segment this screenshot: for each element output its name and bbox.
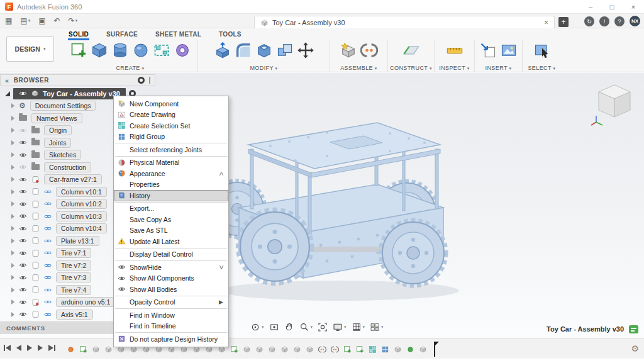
timeline-feature-sketch[interactable] xyxy=(356,345,364,356)
window-close-button[interactable]: × xyxy=(623,0,644,13)
feedback-chat-icon[interactable] xyxy=(629,325,638,333)
menu-item-export[interactable]: Export... xyxy=(114,203,228,215)
expand-arrow-icon[interactable] xyxy=(11,288,14,293)
sketch-tool-button[interactable] xyxy=(70,42,87,59)
visibility-eye-icon[interactable] xyxy=(19,249,27,257)
grid-settings-button[interactable]: ▾ xyxy=(352,322,365,332)
timeline-settings-gear-icon[interactable]: ⚙ xyxy=(631,343,639,354)
skip-end-button[interactable] xyxy=(48,345,55,351)
viewcube[interactable] xyxy=(590,77,639,127)
expand-arrow-icon[interactable] xyxy=(11,189,14,194)
menu-item-select-referencing-joints[interactable]: Select referencing Joints xyxy=(114,144,228,155)
visibility-eye-icon[interactable] xyxy=(19,126,27,135)
tab-surface[interactable]: SURFACE xyxy=(106,30,138,40)
visibility-eye-icon[interactable] xyxy=(19,138,27,147)
step-back-button[interactable] xyxy=(16,345,21,351)
menu-item-update-all-latest[interactable]: Update All Latest xyxy=(114,236,228,247)
group-label-insert[interactable]: INSERT ▾ xyxy=(475,65,522,71)
tab-tools[interactable]: TOOLS xyxy=(218,30,242,40)
timeline-feature-joint[interactable] xyxy=(331,345,339,356)
window-maximize-button[interactable]: □ xyxy=(601,0,623,13)
joint-tool-button[interactable] xyxy=(360,42,378,59)
timeline-feature-sketch[interactable] xyxy=(230,345,238,356)
panel-drag-handle[interactable] xyxy=(149,77,150,84)
play-button[interactable] xyxy=(27,345,32,351)
coil-tool-button[interactable] xyxy=(174,42,191,59)
collapse-panel-icon[interactable]: « xyxy=(5,77,9,84)
menu-item-appearance[interactable]: AppearanceA xyxy=(114,168,228,179)
timeline-feature-component[interactable] xyxy=(394,345,402,356)
skip-start-button[interactable] xyxy=(4,345,11,351)
pan-button[interactable] xyxy=(284,322,294,332)
comments-tab[interactable]: COMMENTS xyxy=(0,321,118,334)
measure-tool-button[interactable] xyxy=(446,42,464,59)
press-pull-tool-button[interactable] xyxy=(214,42,231,59)
display-settings-button[interactable]: ▾ xyxy=(333,322,347,332)
visibility-eye-icon[interactable] xyxy=(19,298,27,306)
group-label-inspect[interactable]: INSPECT ▾ xyxy=(435,65,474,71)
menu-item-opacity-control[interactable]: Opacity Control▶ xyxy=(114,297,228,308)
group-label-assemble[interactable]: ASSEMBLE ▾ xyxy=(330,65,387,71)
browser-root-selected[interactable]: Toy Car - Assembly v30 xyxy=(13,88,126,99)
insert-derive-tool-button[interactable] xyxy=(479,42,497,59)
expand-arrow-icon[interactable] xyxy=(11,128,14,133)
expand-arrow-icon[interactable] xyxy=(5,91,10,96)
menu-item-show-hide[interactable]: Show/HideV xyxy=(114,262,228,273)
orbit-button[interactable]: ▾ xyxy=(250,322,264,332)
visibility-eye-icon[interactable] xyxy=(19,237,27,245)
visibility-eye-icon[interactable] xyxy=(19,310,27,318)
visibility-eye-icon[interactable] xyxy=(19,200,27,208)
cylinder-tool-button[interactable] xyxy=(111,42,129,59)
menu-item-create-drawing[interactable]: Create Drawing xyxy=(114,109,228,121)
step-forward-button[interactable] xyxy=(38,345,43,351)
timeline-feature-joint[interactable] xyxy=(318,345,326,356)
expand-arrow-icon[interactable] xyxy=(11,214,14,219)
zoom-button[interactable]: ▾ xyxy=(299,322,313,332)
visibility-eye-icon[interactable] xyxy=(19,212,27,220)
help-icon[interactable]: ? xyxy=(614,16,625,26)
model-toy-car[interactable] xyxy=(201,88,491,333)
timeline-playhead[interactable] xyxy=(434,342,435,357)
undo-button[interactable]: ↶ xyxy=(54,16,60,26)
menu-item-display-detail-control[interactable]: Display Detail Control xyxy=(114,249,228,260)
group-label-select[interactable]: SELECT ▾ xyxy=(523,65,561,71)
menu-item-save-copy-as[interactable]: Save Copy As xyxy=(114,214,228,225)
combine-tool-button[interactable] xyxy=(276,42,294,59)
visibility-eye-icon[interactable] xyxy=(19,89,27,98)
visibility-eye-icon[interactable] xyxy=(19,151,27,159)
expand-arrow-icon[interactable] xyxy=(11,275,14,280)
tab-solid[interactable]: SOLID xyxy=(68,30,89,40)
canvas-tool-button[interactable] xyxy=(500,42,518,59)
visibility-eye-icon[interactable] xyxy=(19,274,27,282)
timeline-feature-green[interactable] xyxy=(406,345,414,356)
timeline-feature-component[interactable] xyxy=(280,345,289,356)
save-button[interactable]: ▣ xyxy=(38,16,45,26)
timeline-feature-component[interactable] xyxy=(419,345,427,356)
pattern-tool-button[interactable] xyxy=(153,42,170,59)
select-tool-button[interactable] xyxy=(533,42,551,59)
menu-item-find-in-window[interactable]: Find in Window xyxy=(114,310,228,321)
redo-button[interactable]: ↷▾ xyxy=(69,16,78,26)
expand-arrow-icon[interactable] xyxy=(11,250,14,255)
group-label-construct[interactable]: CONSTRUCT ▾ xyxy=(388,65,434,71)
move-tool-button[interactable] xyxy=(297,42,314,59)
avatar[interactable]: NX xyxy=(630,16,640,26)
menu-item-show-all-bodies[interactable]: Show All Bodies xyxy=(114,284,228,295)
expand-arrow-icon[interactable] xyxy=(11,165,14,170)
group-label-modify[interactable]: MODIFY ▾ xyxy=(198,65,330,71)
timeline-feature-component[interactable] xyxy=(268,345,276,356)
expand-arrow-icon[interactable] xyxy=(11,116,14,121)
visibility-eye-icon[interactable] xyxy=(19,261,27,269)
box-tool-button[interactable] xyxy=(91,42,108,59)
expand-arrow-icon[interactable] xyxy=(11,312,14,317)
menu-item-find-in-timeline[interactable]: Find in Timeline xyxy=(114,321,228,332)
fillet-tool-button[interactable] xyxy=(235,42,252,59)
app-launcher-button[interactable]: ▦ xyxy=(5,16,12,26)
timeline-feature-component[interactable] xyxy=(255,345,264,356)
menu-item-save-as-stl[interactable]: Save As STL xyxy=(114,225,228,237)
expand-arrow-icon[interactable] xyxy=(11,103,14,108)
plane-tool-button[interactable] xyxy=(402,42,420,59)
shell-tool-button[interactable] xyxy=(255,42,273,59)
new-tab-button[interactable]: + xyxy=(558,17,569,27)
menu-item-properties[interactable]: Properties xyxy=(114,179,228,191)
